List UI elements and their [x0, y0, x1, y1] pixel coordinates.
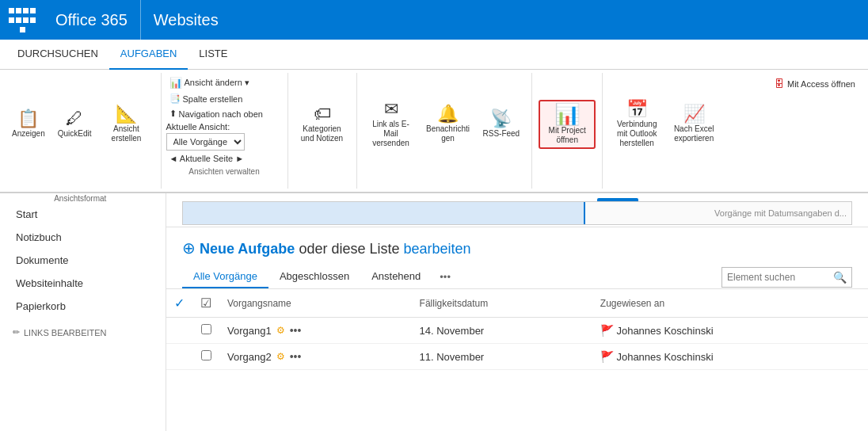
timeline-filled — [183, 202, 584, 224]
plus-icon: ⊕ — [182, 239, 196, 257]
datumsangaben-label: Vorgänge mit Datumsangaben d... — [714, 208, 851, 218]
task-checkbox[interactable] — [201, 350, 211, 360]
user-flag-icon: 🚩 — [600, 324, 614, 337]
filter-tab-anstehend[interactable]: Anstehend — [360, 265, 432, 288]
ansicht-erstellen-button[interactable]: 📐 Ansicht erstellen — [99, 102, 154, 147]
row-name-cell: Vorgang1 ⚙ ••• — [219, 318, 412, 344]
aktuelle-seite-button[interactable]: ◄ Aktuelle Seite ► — [166, 152, 248, 165]
pencil-icon: ✏ — [13, 327, 20, 338]
quickedit-button[interactable]: 🖊 QuickEdit — [52, 107, 97, 142]
kategorien-notizen-button[interactable]: 🏷 Kategorien und Notizen — [295, 102, 350, 147]
tab-durchsuchen[interactable]: DURCHSUCHEN — [6, 40, 109, 70]
kategorien-buttons: 🏷 Kategorien und Notizen — [295, 74, 350, 174]
ansicht-aendern-label: Ansicht ändern ▾ — [185, 78, 249, 88]
ansichtsformat-label: Ansichtsformat — [0, 194, 161, 203]
sidebar: Start Notizbuch Dokumente Websiteinhalte… — [0, 193, 166, 431]
excel-icon: 📈 — [683, 105, 705, 123]
search-input[interactable] — [727, 272, 830, 283]
ribbon-group-ansichten-verwalten: 📊 Ansicht ändern ▾ 📑 Spalte erstellen ⬆ … — [162, 73, 288, 189]
aktuelle-seite-row: ◄ Aktuelle Seite ► — [166, 151, 283, 166]
project-icon: 📊 — [554, 104, 580, 124]
th-checkbox-all: ☑ — [192, 289, 219, 318]
neue-aufgabe-label[interactable]: Neue Aufgabe — [200, 241, 295, 257]
rss-label: RSS-Feed — [483, 129, 520, 139]
sidebar-item-websiteinhalte[interactable]: Websiteinhalte — [0, 272, 166, 295]
zugewiesen-value: Johannes Koschinski — [616, 325, 713, 337]
link-email-button[interactable]: ✉ Link als E-Mail versenden — [364, 97, 419, 151]
spalte-erstellen-button[interactable]: 📑 Spalte erstellen — [166, 92, 246, 105]
sidebar-item-start[interactable]: Start — [0, 203, 166, 226]
mit-access-label: Mit Access öffnen — [787, 79, 855, 89]
nav-icon: ⬆ — [169, 109, 177, 119]
alle-vorgaenge-select[interactable]: Alle Vorgänge — [166, 133, 245, 151]
mit-project-button[interactable]: 📊 Mit Project öffnen — [539, 100, 596, 149]
table-row: Vorgang2 ⚙ ••• 11. November 🚩 Johannes K… — [166, 344, 868, 370]
mit-access-wrapper: 🗄 Mit Access öffnen — [762, 73, 868, 189]
search-box: 🔍 — [721, 267, 852, 288]
tab-liste[interactable]: LISTE — [188, 40, 238, 70]
anzeigen-button[interactable]: 📋 Anzeigen — [6, 107, 51, 142]
outlook-icon: 📅 — [626, 101, 648, 118]
spalte-erstellen-row: 📑 Spalte erstellen — [166, 91, 283, 106]
navigation-label: Navigation nach oben — [179, 109, 263, 119]
links-bearbeiten-button[interactable]: ✏ LINKS BEARBEITEN — [0, 321, 166, 344]
filter-tab-alle-vorgaenge[interactable]: Alle Vorgänge — [182, 265, 268, 288]
filter-more-button[interactable]: ••• — [432, 266, 459, 288]
ribbon-group-verbinden: 📅 Verbindung mit Outlook herstellen 📈 Na… — [603, 73, 728, 189]
benachrichtigen-label: Benachrichtigen — [426, 124, 470, 143]
timeline-area: Heute November 2015 Vorgänge mit Datumsa… — [166, 193, 868, 227]
current-view-row: Aktuelle Ansicht: — [166, 121, 283, 132]
timeline-header: Heute November 2015 — [166, 193, 868, 200]
task-name-text: Vorgang1 — [227, 325, 272, 337]
content-area: Heute November 2015 Vorgänge mit Datumsa… — [166, 193, 868, 431]
rss-icon: 📡 — [490, 110, 512, 128]
ansicht-aendern-row: 📊 Ansicht ändern ▾ — [166, 74, 283, 91]
links-bearbeiten-label: LINKS BEARBEITEN — [24, 328, 107, 338]
th-check: ✓ — [166, 289, 192, 318]
verbinden-buttons: 📅 Verbindung mit Outlook herstellen 📈 Na… — [609, 74, 721, 174]
rss-feed-button[interactable]: 📡 RSS-Feed — [478, 107, 526, 142]
ribbon-toolbar: 📋 Anzeigen 🖊 QuickEdit 📐 Ansicht erstell… — [0, 70, 868, 193]
task-table: ✓ ☑ Vorgangsname Fälligkeitsdatum Zugewi… — [166, 289, 868, 370]
user-flag-icon: 🚩 — [600, 350, 614, 363]
benachrichtigen-button[interactable]: 🔔 Benachrichtigen — [421, 102, 476, 147]
row-checkbox-cell[interactable] — [192, 318, 219, 344]
ansicht-erstellen-icon: 📐 — [116, 105, 137, 123]
verbindung-outlook-button[interactable]: 📅 Verbindung mit Outlook herstellen — [609, 97, 664, 151]
task-more-button[interactable]: ••• — [290, 324, 302, 337]
filter-tab-abgeschlossen[interactable]: Abgeschlossen — [268, 265, 360, 288]
aktuelle-ansicht-label: Aktuelle Ansicht: — [166, 122, 230, 132]
th-zugewiesen: Zugewiesen an — [592, 289, 868, 318]
freigeben-buttons: ✉ Link als E-Mail versenden 🔔 Benachrich… — [364, 74, 526, 174]
ribbon-group-kategorien: 🏷 Kategorien und Notizen Kategorien und … — [288, 73, 357, 189]
ribbon-group-freigeben: ✉ Link als E-Mail versenden 🔔 Benachrich… — [357, 73, 533, 189]
row-checkbox-cell[interactable] — [192, 344, 219, 370]
th-vorgangsname: Vorgangsname — [219, 289, 412, 318]
sidebar-item-papierkorb[interactable]: Papierkorb — [0, 295, 166, 318]
task-more-button[interactable]: ••• — [290, 350, 302, 363]
nach-excel-button[interactable]: 📈 Nach Excel exportieren — [666, 102, 721, 147]
navigation-nach-oben-button[interactable]: ⬆ Navigation nach oben — [166, 107, 266, 120]
task-gear-icon: ⚙ — [276, 351, 285, 362]
sidebar-item-dokumente[interactable]: Dokumente — [0, 249, 166, 272]
link-email-label: Link als E-Mail versenden — [369, 120, 413, 148]
top-bar: Office 365 Websites — [0, 0, 868, 40]
tab-aufgaben[interactable]: AUFGABEN — [109, 40, 188, 70]
bearbeiten-label[interactable]: bearbeiten — [403, 241, 470, 257]
select-row: Alle Vorgänge — [166, 132, 283, 151]
zugewiesen-value: Johannes Koschinski — [616, 351, 713, 363]
ansicht-erstellen-label: Ansicht erstellen — [105, 124, 149, 143]
filter-tabs: Alle Vorgänge Abgeschlossen Anstehend ••… — [166, 265, 868, 289]
ribbon-group-ansichtsformat: 📋 Anzeigen 🖊 QuickEdit 📐 Ansicht erstell… — [0, 73, 162, 189]
ansicht-aendern-button[interactable]: 📊 Ansicht ändern ▾ — [166, 75, 253, 90]
task-name-text: Vorgang2 — [227, 351, 272, 363]
app-grid-icon[interactable] — [8, 6, 36, 34]
main-layout: Start Notizbuch Dokumente Websiteinhalte… — [0, 193, 868, 431]
sidebar-item-notizbuch[interactable]: Notizbuch — [0, 226, 166, 249]
row-name-cell: Vorgang2 ⚙ ••• — [219, 344, 412, 370]
checkbox-all-icon[interactable]: ☑ — [200, 296, 211, 310]
email-icon: ✉ — [384, 101, 398, 118]
mit-access-button[interactable]: 🗄 Mit Access öffnen — [770, 76, 860, 92]
task-gear-icon: ⚙ — [276, 325, 285, 336]
task-checkbox[interactable] — [201, 324, 211, 334]
